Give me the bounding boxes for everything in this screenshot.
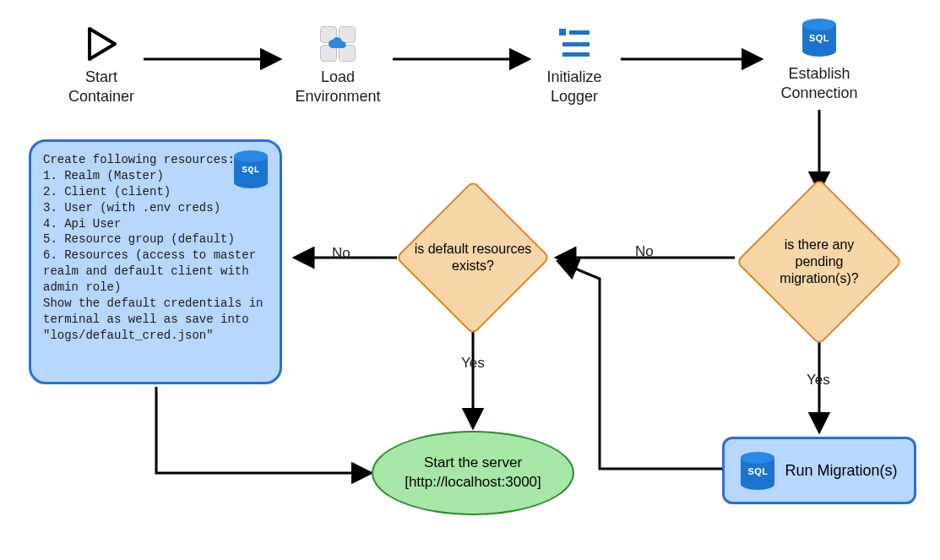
server-line-2: [http://localhost:3000] xyxy=(405,473,541,492)
environment-icon xyxy=(318,24,358,64)
node-establish-connection: SQL Establish Connection xyxy=(764,19,874,104)
node-initialize-logger: Initialize Logger xyxy=(524,24,625,107)
resources-item-5: 5. Resource group (default) xyxy=(43,231,268,247)
decision-pending-text: is there any pending migration(s)? xyxy=(760,237,878,287)
sql-icon-label: SQL xyxy=(802,33,836,43)
node-load-environment: Load Environment xyxy=(283,24,393,107)
decision-pending-migrations: is there any pending migration(s)? xyxy=(743,190,895,334)
edge-label-pending-no: No xyxy=(635,243,654,260)
decision-default-resources: is default resources exists? xyxy=(397,198,549,317)
node-start-container: Start Container xyxy=(46,24,156,107)
resources-box: SQL Create following resources: 1. Realm… xyxy=(29,139,282,384)
node-conn-label-1: Establish xyxy=(764,64,874,84)
node-logger-label-1: Initialize xyxy=(524,68,625,87)
svg-rect-2 xyxy=(562,42,590,46)
resources-footer: Show the default credentials in terminal… xyxy=(43,296,268,344)
resources-item-4: 4. Api User xyxy=(43,216,268,232)
sql-icon: SQL xyxy=(741,452,774,489)
sql-icon-label: SQL xyxy=(234,164,268,177)
run-migrations-label: Run Migration(s) xyxy=(785,462,897,480)
decision-default-text: is default resources exists? xyxy=(410,241,536,275)
node-start-server: Start the server [http://localhost:3000] xyxy=(372,431,574,515)
node-start-label-2: Container xyxy=(46,87,156,106)
logger-icon xyxy=(554,24,595,64)
node-conn-label-2: Connection xyxy=(764,84,874,103)
node-start-label-1: Start xyxy=(46,68,156,87)
server-line-1: Start the server xyxy=(405,454,541,473)
sql-icon-label: SQL xyxy=(741,466,774,476)
edge-label-default-yes: Yes xyxy=(461,355,485,372)
resources-item-6: 6. Resources (access to master realm and… xyxy=(43,247,268,296)
edge-label-default-no: No xyxy=(332,245,350,262)
svg-rect-1 xyxy=(569,30,590,35)
resources-item-3: 3. User (with .env creds) xyxy=(43,200,268,216)
play-icon xyxy=(81,24,122,64)
sql-icon: SQL xyxy=(234,150,268,193)
edge-label-pending-yes: Yes xyxy=(807,372,830,389)
node-loadenv-label-1: Load xyxy=(283,68,393,87)
sql-icon: SQL xyxy=(799,19,839,61)
node-logger-label-2: Logger xyxy=(524,87,625,106)
svg-rect-0 xyxy=(559,29,566,35)
node-run-migrations: SQL Run Migration(s) xyxy=(722,437,916,504)
node-loadenv-label-2: Environment xyxy=(283,87,393,106)
svg-rect-3 xyxy=(562,52,590,57)
